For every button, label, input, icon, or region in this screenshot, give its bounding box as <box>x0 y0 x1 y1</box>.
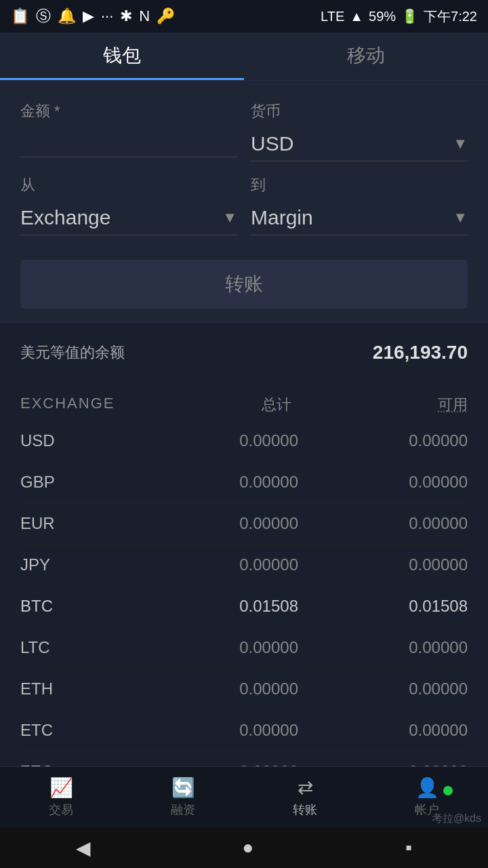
currency-name: ETH <box>20 679 129 698</box>
currency-name: GBP <box>20 473 129 492</box>
currency-total: 0.00000 <box>129 555 298 574</box>
bluetooth-icon: ✱ <box>120 7 132 25</box>
signal-bars: ▲ <box>350 9 363 24</box>
col-available-header: 可用 <box>291 395 468 415</box>
col-total-header: 总计 <box>115 395 291 415</box>
table-row: GBP0.000000.00000 <box>20 462 468 503</box>
currency-name: JPY <box>20 555 129 574</box>
system-nav-bar: ◀ ● ▪ <box>0 827 488 868</box>
transfer-button[interactable]: 转账 <box>20 260 468 309</box>
table-row: ETC0.000000.00000 <box>20 710 468 751</box>
status-left-icons: 📋 Ⓢ 🔔 ▶ ··· ✱ N 🔑 <box>11 6 175 26</box>
currency-name: EUR <box>20 514 129 533</box>
table-row: ETH0.000000.00000 <box>20 669 468 710</box>
battery-percent: 59% <box>369 9 396 24</box>
exchange-title: EXCHANGE <box>20 395 115 415</box>
from-label: 从 <box>20 175 237 195</box>
trading-icon: 📈 <box>49 776 73 799</box>
account-icon: 👤 <box>415 776 439 799</box>
transfer-form: 金额 * 货币 USD ▼ 从 Exchange ▼ 到 Margin ▼ <box>0 81 488 322</box>
currency-total: 0.00000 <box>129 514 298 533</box>
funding-label: 融资 <box>171 802 195 818</box>
currency-total: 0.00000 <box>129 431 298 450</box>
currency-group: 货币 USD ▼ <box>251 101 468 161</box>
balance-label: 美元等值的余额 <box>20 342 125 363</box>
currency-total: 0.00000 <box>129 721 298 740</box>
from-group: 从 Exchange ▼ <box>20 175 237 235</box>
from-dropdown-icon: ▼ <box>222 209 237 226</box>
form-bottom-row: 从 Exchange ▼ 到 Margin ▼ <box>20 175 468 235</box>
balance-section: 美元等值的余额 216,193.70 <box>0 322 488 377</box>
table-row: EUR0.000000.00000 <box>20 503 468 545</box>
s-icon: Ⓢ <box>36 6 51 26</box>
currency-label: 货币 <box>251 101 468 121</box>
bell-icon: 🔔 <box>58 7 76 25</box>
currency-available: 0.00000 <box>298 514 468 533</box>
nav-funding[interactable]: 🔄 融资 <box>122 776 244 818</box>
tab-move[interactable]: 移动 <box>244 33 488 80</box>
to-select[interactable]: Margin ▼ <box>251 201 468 235</box>
doc-icon: 📋 <box>11 7 29 25</box>
table-row: BTC0.015080.01508 <box>20 586 468 627</box>
to-label: 到 <box>251 175 468 195</box>
currency-total: 0.00000 <box>129 473 298 492</box>
currency-name: ETC <box>20 721 129 740</box>
nav-account[interactable]: 👤 帐户 <box>366 776 488 818</box>
currency-available: 0.00000 <box>298 679 468 698</box>
currency-available: 0.01508 <box>298 597 468 616</box>
bottom-nav: 📈 交易 🔄 融资 ⇄ 转账 👤 帐户 <box>0 766 488 827</box>
account-dot <box>443 786 453 795</box>
currency-total: 0.00000 <box>129 679 298 698</box>
table-row: LTC0.000000.00000 <box>20 627 468 669</box>
currency-available: 0.00000 <box>298 473 468 492</box>
status-bar: 📋 Ⓢ 🔔 ▶ ··· ✱ N 🔑 LTE ▲ 59% 🔋 下午7:22 <box>0 0 488 33</box>
from-select[interactable]: Exchange ▼ <box>20 201 237 235</box>
currency-name: LTC <box>20 638 129 657</box>
amount-group: 金额 * <box>20 101 237 161</box>
balance-row: 美元等值的余额 216,193.70 <box>20 342 468 363</box>
dots-icon: ··· <box>101 7 113 25</box>
currency-select[interactable]: USD ▼ <box>251 127 468 161</box>
to-dropdown-icon: ▼ <box>453 209 468 226</box>
transfer-icon: ⇄ <box>298 776 313 799</box>
nfc-icon: N <box>139 7 150 25</box>
nav-trading[interactable]: 📈 交易 <box>0 776 122 818</box>
home-button[interactable]: ● <box>243 837 254 859</box>
currency-available: 0.00000 <box>298 555 468 574</box>
trading-label: 交易 <box>49 802 73 818</box>
amount-input[interactable] <box>20 127 237 157</box>
currency-total: 0.01508 <box>129 597 298 616</box>
amount-label: 金额 * <box>20 101 237 121</box>
to-value: Margin <box>251 206 453 229</box>
currency-total: 0.00000 <box>129 638 298 657</box>
form-top-row: 金额 * 货币 USD ▼ <box>20 101 468 161</box>
account-label: 帐户 <box>415 802 439 818</box>
currency-available: 0.00000 <box>298 721 468 740</box>
table-header: EXCHANGE 总计 可用 <box>20 384 468 420</box>
currency-name: BTC <box>20 597 129 616</box>
recents-button[interactable]: ▪ <box>405 837 412 859</box>
signal-lte: LTE <box>321 9 344 24</box>
table-row: USD0.000000.00000 <box>20 420 468 462</box>
table-row: JPY0.000000.00000 <box>20 545 468 586</box>
currency-available: 0.00000 <box>298 638 468 657</box>
key-icon: 🔑 <box>157 7 175 25</box>
currency-name: USD <box>20 431 129 450</box>
nav-transfer[interactable]: ⇄ 转账 <box>244 776 366 818</box>
battery-icon: 🔋 <box>401 8 418 24</box>
from-value: Exchange <box>20 206 222 229</box>
top-tab-bar: 钱包 移动 <box>0 33 488 81</box>
transfer-label: 转账 <box>293 802 317 818</box>
funding-icon: 🔄 <box>171 776 195 799</box>
currency-available: 0.00000 <box>298 431 468 450</box>
send-icon: ▶ <box>83 7 94 25</box>
balance-value: 216,193.70 <box>373 342 468 363</box>
time-display: 下午7:22 <box>424 7 477 26</box>
currency-dropdown-icon: ▼ <box>453 135 468 153</box>
back-button[interactable]: ◀ <box>76 837 91 859</box>
to-group: 到 Margin ▼ <box>251 175 468 235</box>
currency-value: USD <box>251 132 453 155</box>
tab-wallet[interactable]: 钱包 <box>0 33 244 80</box>
status-right-info: LTE ▲ 59% 🔋 下午7:22 <box>321 7 477 26</box>
